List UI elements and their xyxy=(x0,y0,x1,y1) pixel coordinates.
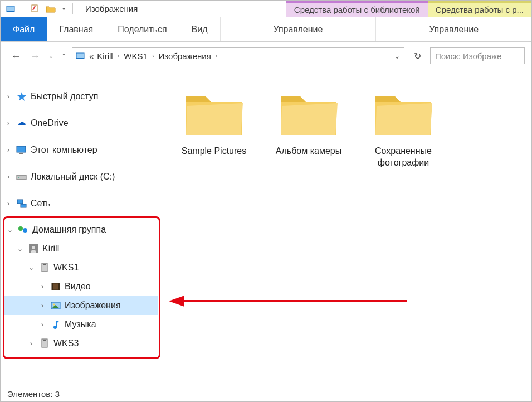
tab-home[interactable]: Главная xyxy=(47,17,105,41)
tree-this-pc[interactable]: › Этот компьютер xyxy=(3,141,160,159)
svg-rect-3 xyxy=(76,53,84,59)
svg-point-9 xyxy=(18,177,19,178)
navigation-row: ← → ⌄ ↑ « Kirill › WKS1 › Изображения › … xyxy=(1,42,531,72)
quick-access-toolbar: ▾ xyxy=(1,1,80,17)
nav-up-icon[interactable]: ↑ xyxy=(61,50,66,62)
svg-rect-1 xyxy=(7,11,14,12)
breadcrumb[interactable]: WKS1 xyxy=(124,51,148,61)
crumb-prefix: « xyxy=(89,51,94,61)
chevron-right-icon[interactable]: › xyxy=(38,283,47,290)
navigation-tree[interactable]: › Быстрый доступ › OneDrive › Этот компь… xyxy=(1,72,162,386)
separator xyxy=(23,3,23,14)
breadcrumb[interactable]: Kirill xyxy=(97,51,113,61)
tree-pictures[interactable]: › Изображения xyxy=(4,296,158,315)
tree-label: Видео xyxy=(65,282,91,292)
svg-marker-5 xyxy=(17,92,26,101)
music-icon xyxy=(50,319,61,330)
folder-icon xyxy=(180,83,247,141)
chevron-right-icon[interactable]: › xyxy=(4,119,13,127)
tree-label: Музыка xyxy=(65,319,96,330)
folder-icon xyxy=(275,83,342,141)
arrow-annotation xyxy=(168,293,413,309)
chevron-right-icon[interactable]: › xyxy=(4,173,13,181)
highlight-annotation: ⌄ Домашняя группа ⌄ Kirill ⌄ WKS1 › xyxy=(3,216,160,359)
chevron-down-icon[interactable]: ⌄ xyxy=(27,264,36,272)
chevron-right-icon[interactable]: › xyxy=(4,200,13,207)
nav-arrows: ← → ⌄ ↑ xyxy=(11,50,66,62)
search-placeholder: Поиск: Изображе xyxy=(435,51,501,61)
address-bar[interactable]: « Kirill › WKS1 › Изображения › ⌄ xyxy=(72,47,404,64)
tree-label: WKS1 xyxy=(53,263,79,273)
chevron-right-icon[interactable]: › xyxy=(38,302,47,309)
separator xyxy=(72,3,73,14)
svg-point-15 xyxy=(32,246,35,249)
qat-customize-dropdown[interactable]: ▾ xyxy=(60,3,67,15)
tree-homegroup[interactable]: ⌄ Домашняя группа xyxy=(4,220,158,239)
folder-item[interactable]: Сохраненные фотографии xyxy=(356,83,451,169)
chevron-right-icon[interactable]: › xyxy=(4,93,13,100)
svg-rect-6 xyxy=(17,146,26,152)
body-pane: › Быстрый доступ › OneDrive › Этот компь… xyxy=(1,72,531,386)
svg-point-22 xyxy=(53,304,55,306)
svg-rect-10 xyxy=(17,200,23,204)
svg-marker-27 xyxy=(169,296,184,307)
nav-back-icon[interactable]: ← xyxy=(11,50,22,62)
chevron-down-icon[interactable]: ⌄ xyxy=(6,226,14,234)
svg-rect-7 xyxy=(19,153,23,154)
tree-onedrive[interactable]: › OneDrive xyxy=(3,114,160,133)
cloud-icon xyxy=(16,118,27,129)
tab-file[interactable]: Файл xyxy=(1,17,47,41)
tree-local-disk[interactable]: › Локальный диск (C:) xyxy=(3,167,160,186)
breadcrumb[interactable]: Изображения xyxy=(159,51,211,61)
properties-icon[interactable] xyxy=(29,3,41,15)
chevron-right-icon[interactable]: › xyxy=(38,321,47,328)
svg-rect-25 xyxy=(43,340,46,341)
search-input[interactable]: Поиск: Изображе xyxy=(430,47,525,64)
chevron-right-icon[interactable]: › xyxy=(151,52,155,59)
folder-label: Sample Pictures xyxy=(182,146,247,157)
tree-label: Kirill xyxy=(42,244,59,254)
folder-item[interactable]: Sample Pictures xyxy=(167,83,261,157)
tree-wks3[interactable]: › WKS3 xyxy=(4,334,158,353)
nav-recent-dropdown[interactable]: ⌄ xyxy=(48,52,53,60)
tree-videos[interactable]: › Видео xyxy=(4,277,158,296)
address-dropdown-icon[interactable]: ⌄ xyxy=(394,51,401,60)
status-bar: Элементов: 3 xyxy=(1,386,531,401)
svg-rect-0 xyxy=(7,6,14,12)
computer-icon xyxy=(39,338,50,349)
nav-forward-icon: → xyxy=(30,50,41,62)
tree-quick-access[interactable]: › Быстрый доступ xyxy=(3,87,160,106)
svg-rect-17 xyxy=(43,264,46,265)
svg-point-12 xyxy=(18,226,23,231)
context-tab-picture-tools[interactable]: Средства работы с р... xyxy=(428,1,531,17)
tree-user-kirill[interactable]: ⌄ Kirill xyxy=(4,239,158,258)
homegroup-icon xyxy=(18,224,29,235)
tree-label: Локальный диск (C:) xyxy=(31,172,115,182)
chevron-down-icon[interactable]: ⌄ xyxy=(16,245,25,253)
folder-item[interactable]: Альбом камеры xyxy=(261,83,356,157)
tab-manage-pictures[interactable]: Управление xyxy=(375,17,531,41)
chevron-right-icon[interactable]: › xyxy=(4,146,13,154)
svg-rect-4 xyxy=(76,58,84,59)
network-icon xyxy=(16,198,27,209)
tab-manage-library[interactable]: Управление xyxy=(220,17,376,41)
chevron-right-icon[interactable]: › xyxy=(116,52,121,59)
tree-label: WKS3 xyxy=(53,338,79,348)
user-icon xyxy=(28,243,39,254)
chevron-right-icon[interactable]: › xyxy=(27,340,36,347)
tab-view[interactable]: Вид xyxy=(179,17,220,41)
refresh-icon[interactable]: ↻ xyxy=(410,49,424,63)
tree-label: Быстрый доступ xyxy=(31,91,99,101)
svg-point-13 xyxy=(23,228,27,233)
status-elements-label: Элементов: xyxy=(7,389,53,399)
tab-share[interactable]: Поделиться xyxy=(105,17,179,41)
tree-wks1[interactable]: ⌄ WKS1 xyxy=(4,258,158,277)
context-tab-library[interactable]: Средства работы с библиотекой xyxy=(286,1,428,17)
chevron-right-icon[interactable]: › xyxy=(214,52,219,59)
tree-network[interactable]: › Сеть xyxy=(3,194,160,213)
tree-label: Домашняя группа xyxy=(32,225,106,235)
folder-icon[interactable] xyxy=(45,3,57,15)
tree-music[interactable]: › Музыка xyxy=(4,315,158,334)
svg-rect-11 xyxy=(21,204,26,207)
content-pane[interactable]: Sample Pictures Альбом камеры Сохраненны… xyxy=(162,72,531,386)
